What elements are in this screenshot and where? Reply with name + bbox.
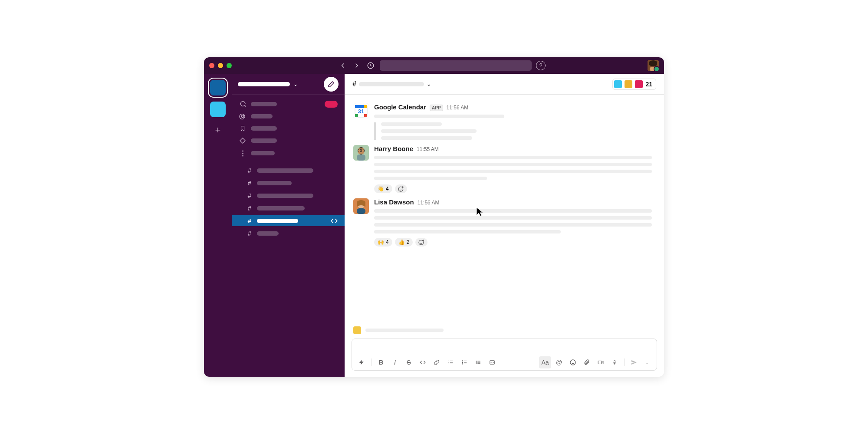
channel-label: [257, 168, 313, 173]
help-button[interactable]: ?: [536, 61, 546, 70]
channel-label: [257, 194, 313, 198]
workspace-switcher-item[interactable]: [210, 80, 226, 95]
composer-input[interactable]: [352, 339, 657, 355]
channel-item[interactable]: #: [232, 190, 345, 201]
channel-title[interactable]: # ⌄: [352, 80, 431, 88]
sidebar-item-saved[interactable]: [232, 123, 345, 134]
reaction[interactable]: 👋4: [374, 184, 392, 193]
codeblock-button[interactable]: [486, 356, 498, 368]
reaction-count: 4: [386, 239, 389, 245]
compose-button[interactable]: [324, 77, 339, 92]
reaction-count: 4: [386, 186, 389, 192]
message-text-line: [374, 216, 652, 220]
svg-rect-3: [650, 67, 657, 71]
svg-rect-28: [614, 360, 615, 363]
emoji-button[interactable]: [567, 356, 579, 368]
italic-button[interactable]: I: [389, 356, 401, 368]
titlebar: ?: [204, 57, 664, 74]
mention-button[interactable]: @: [553, 356, 565, 368]
window-controls: [209, 63, 232, 68]
svg-rect-9: [364, 114, 367, 117]
ordered-list-button[interactable]: [444, 356, 457, 368]
sidebar-item-label: [251, 126, 277, 131]
channel-item[interactable]: #: [232, 203, 345, 214]
channel-item[interactable]: #: [232, 215, 345, 226]
history-button[interactable]: [366, 61, 375, 70]
attach-button[interactable]: [581, 356, 593, 368]
svg-point-26: [570, 360, 575, 365]
close-window-button[interactable]: [209, 63, 214, 68]
svg-rect-20: [357, 208, 365, 214]
message-text-line: [374, 115, 504, 118]
hash-icon: #: [247, 167, 253, 174]
member-list-button[interactable]: 21: [612, 79, 656, 90]
user-avatar[interactable]: [648, 60, 659, 71]
message-text-line: [374, 163, 652, 166]
hash-icon: #: [247, 192, 253, 199]
main-panel: # ⌄ 21 31Google CalendarAPP11:56 AMHarry…: [345, 74, 664, 377]
bold-button[interactable]: B: [375, 356, 387, 368]
message-timestamp: 11:55 AM: [417, 146, 439, 152]
avatar[interactable]: [353, 198, 369, 214]
channel-item[interactable]: #: [232, 178, 345, 188]
add-reaction-button[interactable]: [395, 184, 407, 193]
sidebar-item-label: [251, 138, 277, 143]
strikethrough-button[interactable]: S: [403, 356, 415, 368]
reaction[interactable]: 👍2: [395, 238, 413, 247]
code-button[interactable]: [417, 356, 429, 368]
channel-item[interactable]: #: [232, 228, 345, 239]
workspace-header[interactable]: ⌄: [232, 74, 345, 95]
hash-icon: #: [247, 230, 253, 237]
bullet-list-button[interactable]: [458, 356, 470, 368]
message-composer[interactable]: B I S Aa @: [352, 339, 657, 371]
sidebar-item-threads[interactable]: [232, 99, 345, 109]
sidebar-item-mentions[interactable]: [232, 111, 345, 122]
message-text-line: [381, 122, 442, 126]
svg-text:31: 31: [358, 108, 364, 115]
search-input[interactable]: [380, 60, 532, 71]
reaction-emoji: 👍: [398, 239, 405, 245]
message-sender[interactable]: Lisa Dawson: [374, 198, 414, 206]
audio-button[interactable]: [608, 356, 621, 368]
message-sender[interactable]: Google Calendar: [374, 103, 426, 111]
send-button[interactable]: [628, 356, 640, 368]
avatar[interactable]: [353, 145, 369, 161]
send-options-button[interactable]: ⌄: [641, 356, 653, 368]
hash-icon: #: [247, 217, 253, 224]
mentions-icon: [239, 113, 247, 120]
channel-item[interactable]: #: [232, 165, 345, 176]
avatar[interactable]: 31: [353, 103, 369, 119]
maximize-window-button[interactable]: [227, 63, 232, 68]
workspace-switcher-item[interactable]: [210, 102, 226, 117]
message-text-line: [374, 177, 487, 180]
add-reaction-button[interactable]: [415, 238, 427, 247]
reactions: 👋4: [374, 184, 655, 193]
reaction[interactable]: 🙌4: [374, 238, 392, 247]
svg-point-21: [419, 240, 424, 245]
back-button[interactable]: [338, 61, 348, 70]
sidebar-nav: ⋮: [232, 95, 345, 163]
message: Harry Boone11:55 AM👋4: [345, 142, 664, 196]
sidebar-item-label: [251, 151, 275, 155]
add-workspace-button[interactable]: +: [211, 123, 225, 137]
message-list: 31Google CalendarAPP11:56 AMHarry Boone1…: [345, 95, 664, 325]
link-button[interactable]: [431, 356, 443, 368]
bookmark-icon: [239, 125, 247, 132]
sidebar-item-more[interactable]: ⋮: [232, 148, 345, 159]
shortcuts-button[interactable]: [355, 356, 368, 368]
formatting-toggle-button[interactable]: Aa: [539, 356, 551, 368]
minimize-window-button[interactable]: [218, 63, 223, 68]
reaction-count: 2: [407, 239, 410, 245]
chevron-down-icon: ⌄: [427, 81, 431, 87]
forward-button[interactable]: [352, 61, 362, 70]
message-text-line: [374, 156, 652, 159]
workspace-name: [238, 82, 290, 86]
svg-rect-10: [364, 105, 367, 108]
quote-button[interactable]: [472, 356, 484, 368]
video-button[interactable]: [595, 356, 607, 368]
message-sender[interactable]: Harry Boone: [374, 145, 413, 152]
svg-point-24: [462, 364, 463, 364]
sidebar-item-label: [251, 102, 277, 106]
message-timestamp: 11:56 AM: [418, 200, 440, 206]
sidebar-item-canvases[interactable]: [232, 135, 345, 146]
